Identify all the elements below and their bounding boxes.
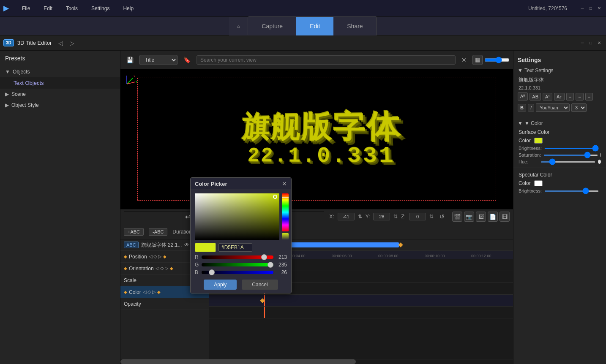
cp-b-track[interactable]	[202, 271, 273, 274]
settings-title: Settings	[513, 54, 606, 66]
font-select[interactable]: YouYuan	[536, 103, 570, 112]
specular-color-swatch[interactable]	[534, 180, 543, 186]
refresh-icon[interactable]: ↺	[437, 212, 447, 221]
cp-apply-button[interactable]: Apply	[204, 280, 237, 290]
timeline-icon-5[interactable]: 🎞	[500, 212, 510, 222]
timeline-icon-2[interactable]: 📷	[464, 212, 474, 222]
cp-g-track[interactable]	[202, 263, 273, 266]
search-input[interactable]	[197, 55, 456, 65]
y-input[interactable]	[373, 213, 390, 220]
zoom-slider[interactable]	[484, 57, 510, 63]
maximize-button[interactable]: □	[587, 5, 594, 12]
surface-color-swatch[interactable]	[534, 138, 543, 144]
cp-alpha-strip[interactable]	[282, 233, 289, 240]
text-settings-header[interactable]: ▼ Text Settings	[513, 66, 606, 75]
fmt-btn-1[interactable]: AB	[530, 93, 541, 101]
cp-close-button[interactable]: ✕	[282, 180, 287, 187]
color-nav[interactable]: ◁ ◇ ▷	[143, 289, 156, 295]
specular-color-row: Color	[513, 179, 606, 187]
italic-button[interactable]: I	[528, 104, 534, 111]
playback-coords-row: ↩ ⏮ ◀ ▶ ▶| ⏭ X: ⇅ Y: ⇅ Z: ⇅ ↺	[120, 209, 513, 224]
editor-back[interactable]: ◁	[58, 40, 63, 46]
editor-forward[interactable]: ▷	[70, 40, 74, 46]
menu-file[interactable]: File	[19, 4, 33, 13]
opacity-track	[209, 307, 513, 318]
svg-rect-8	[282, 197, 289, 198]
tree-child-text-objects[interactable]: Text Objects	[0, 77, 120, 89]
visibility-button[interactable]: 👁	[184, 242, 189, 248]
fmt-btn-align-center[interactable]: ≡	[576, 93, 583, 101]
minimize-button[interactable]: ─	[579, 5, 586, 12]
tab-share[interactable]: Share	[333, 17, 376, 35]
menu-help[interactable]: Help	[120, 4, 137, 13]
search-clear-icon[interactable]: ✕	[459, 55, 469, 65]
fmt-btn-2[interactable]: A¹	[543, 93, 552, 101]
position-nav[interactable]: ◁ ◇ ▷	[149, 254, 161, 259]
tab-edit[interactable]: Edit	[296, 17, 333, 35]
center-area: 💾 Title 🔖 ✕ ▦	[120, 51, 513, 364]
hue-slider[interactable]	[541, 161, 595, 163]
cp-cancel-button[interactable]: Cancel	[242, 280, 278, 290]
menu-settings[interactable]: Settings	[88, 4, 113, 13]
panel-minimize[interactable]: ─	[579, 40, 586, 46]
timeline-toolbar-icons: 🎬 📷 🖼 📄 🎞	[452, 212, 510, 222]
specular-brightness-row: Brightness:	[513, 187, 606, 194]
fmt-btn-align-right[interactable]: ≡	[585, 93, 593, 101]
close-window-button[interactable]: ✕	[596, 5, 603, 12]
menu-tools[interactable]: Tools	[63, 4, 81, 13]
specular-brightness-slider[interactable]	[544, 190, 599, 192]
tree-item-object-style[interactable]: ▶ Object Style	[0, 100, 120, 111]
bookmark-icon[interactable]: 🔖	[181, 55, 193, 65]
text-settings-label: Text Settings	[524, 68, 554, 73]
tree-item-objects[interactable]: ▼ Objects	[0, 66, 120, 77]
timeline-icon-4[interactable]: 📄	[488, 212, 498, 222]
timeline-scroll-thumb[interactable]	[120, 359, 356, 364]
y-spin-icon[interactable]: ⇅	[393, 214, 398, 220]
cp-g-row: G 235	[191, 261, 291, 269]
save-icon[interactable]: 💾	[124, 55, 136, 65]
view-icon-1[interactable]: ▦	[472, 55, 483, 65]
z-input[interactable]	[409, 213, 426, 220]
orientation-label: Orientation	[129, 266, 154, 272]
tl-row-opacity: Opacity	[120, 298, 209, 310]
panel-close[interactable]: ✕	[596, 40, 603, 46]
color-track	[209, 295, 513, 307]
title-dropdown[interactable]: Title	[139, 55, 177, 65]
window-controls: ─ □ ✕	[579, 5, 603, 12]
color-section-header[interactable]: ▼ ▼ Color	[513, 119, 606, 128]
cp-r-track[interactable]	[202, 255, 273, 259]
orientation-nav[interactable]: ◁ ◇ ▷	[156, 266, 168, 271]
timeline-scrollbar[interactable]	[120, 359, 513, 364]
cp-hex-input[interactable]	[218, 243, 252, 252]
bold-button[interactable]: B	[518, 104, 526, 111]
cp-hue-strip[interactable]	[282, 193, 289, 231]
cp-b-thumb[interactable]	[209, 269, 215, 275]
cp-r-thumb[interactable]	[261, 254, 267, 260]
add-track-button[interactable]: +ABC	[124, 228, 144, 236]
cp-gradient-area	[191, 190, 291, 242]
timeline-icon-3[interactable]: 🖼	[476, 212, 486, 222]
x-input[interactable]	[338, 213, 355, 220]
x-spin-icon[interactable]: ⇅	[358, 214, 362, 220]
color-picker-dialog: Color Picker ✕	[190, 177, 292, 293]
svg-rect-7	[282, 193, 289, 231]
cp-gradient-square[interactable]	[195, 193, 279, 240]
z-spin-icon[interactable]: ⇅	[429, 214, 434, 220]
cp-g-thumb[interactable]	[268, 262, 273, 268]
tab-capture[interactable]: Capture	[248, 17, 296, 35]
cp-r-row: R 213	[191, 253, 291, 261]
panel-restore[interactable]: □	[587, 40, 594, 46]
saturation-slider[interactable]	[543, 155, 598, 156]
timeline-icon-1[interactable]: 🎬	[452, 212, 462, 222]
fmt-btn-3[interactable]: A↑	[554, 93, 565, 101]
position-label: Position	[129, 254, 147, 260]
brightness-slider[interactable]	[544, 148, 599, 149]
size-select[interactable]: 36	[571, 103, 587, 112]
menu-edit[interactable]: Edit	[40, 4, 56, 13]
tab-home[interactable]: ⌂	[229, 17, 248, 35]
fmt-btn-align-left[interactable]: ≡	[566, 93, 574, 101]
tree-item-scene[interactable]: ▶ Scene	[0, 89, 120, 100]
abc-track-label: 旗舰版字体 22.1...	[141, 242, 182, 249]
remove-track-button[interactable]: -ABC	[149, 228, 167, 236]
fmt-btn-0[interactable]: Aᴮ	[518, 92, 528, 101]
